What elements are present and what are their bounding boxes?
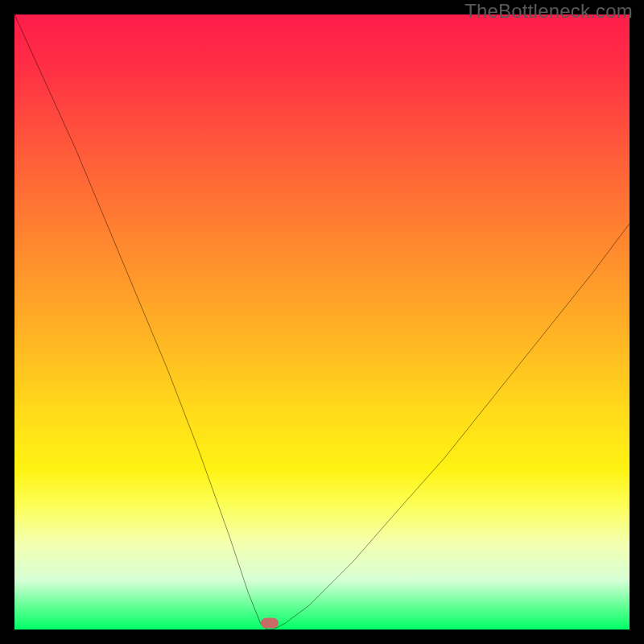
minimum-marker [261,618,279,629]
curve-svg [14,14,630,630]
plot-area [14,14,630,630]
chart-frame: TheBottleneck.com [0,0,644,644]
bottleneck-curve [14,14,630,630]
watermark-text: TheBottleneck.com [464,0,633,23]
